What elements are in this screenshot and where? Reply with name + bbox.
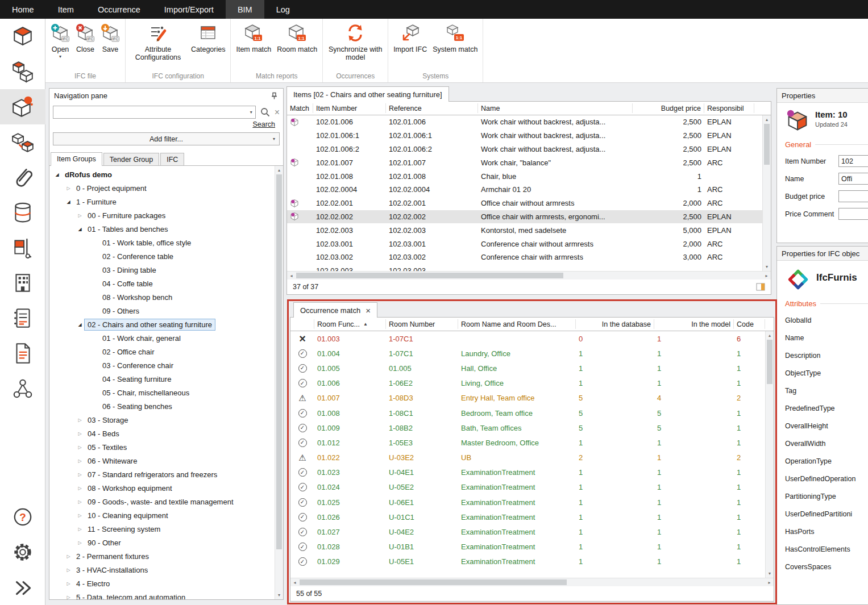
tab-tender-group[interactable]: Tender Group — [103, 153, 159, 165]
expand-arrow-icon[interactable] — [64, 595, 73, 600]
sidebar-database-button[interactable] — [0, 195, 45, 230]
scrollbar-thumb[interactable] — [300, 579, 567, 585]
scroll-left-icon[interactable]: ◂ — [290, 578, 299, 586]
sidebar-occurrences-button[interactable] — [0, 54, 45, 89]
item-row-selected[interactable]: 102.02.002102.02.002Office chair with ar… — [287, 210, 771, 224]
budget-price-field[interactable] — [838, 190, 868, 202]
tree-item[interactable]: 09 - Goods-, waste- and textile manageme… — [49, 495, 274, 508]
tree-item[interactable]: 90 - Other — [49, 536, 274, 549]
sidebar-items-button[interactable] — [0, 19, 45, 54]
column-chooser-icon[interactable] — [756, 282, 765, 291]
expand-arrow-icon[interactable] — [76, 227, 84, 232]
sidebar-reports-button[interactable] — [0, 336, 45, 371]
expand-arrow-icon[interactable] — [76, 540, 84, 545]
scroll-left-icon[interactable]: ◂ — [287, 272, 296, 279]
expand-arrow-icon[interactable] — [76, 472, 84, 477]
scrollbar-thumb[interactable] — [764, 124, 770, 165]
occurrence-row[interactable]: 01.0121-05E3Master Bedroom, Office111 — [290, 435, 774, 450]
sidebar-attachments-button[interactable] — [0, 160, 45, 195]
tree-item[interactable]: 0 - Project equipment — [49, 181, 274, 195]
section-attributes[interactable]: Attributes — [785, 299, 868, 308]
occurrence-row[interactable]: 01.0091-08B2Bath, Team offices551 — [290, 420, 774, 435]
column-header-room-number[interactable]: Room Number — [386, 319, 458, 329]
tree-scrollbar[interactable]: ▴ ▾ — [275, 166, 283, 599]
attribute-configurations-button[interactable]: Attribute Configurations — [128, 20, 188, 62]
scroll-down-icon[interactable]: ▾ — [763, 262, 771, 271]
tree-item[interactable]: 05 - Textiles — [49, 440, 274, 454]
column-header-match[interactable]: Match — [287, 103, 313, 113]
tab-ifc[interactable]: IFC — [160, 153, 184, 165]
section-general[interactable]: General — [785, 140, 868, 149]
column-header-responsible[interactable]: Responsibil — [704, 103, 754, 113]
expand-arrow-icon[interactable] — [76, 445, 84, 450]
scroll-up-icon[interactable]: ▴ — [763, 115, 771, 124]
search-input[interactable]: ▾ — [53, 106, 256, 119]
column-header-budget-price[interactable]: Budget price — [633, 103, 704, 113]
save-ifc-button[interactable]: IFC Save — [98, 20, 123, 53]
occurrence-row[interactable]: 01.0031-07C1016 — [290, 331, 774, 346]
item-row[interactable]: 102.01.006102.01.006Work chair without b… — [287, 115, 771, 129]
scroll-up-icon[interactable]: ▴ — [766, 331, 774, 340]
sidebar-settings-button[interactable] — [0, 535, 45, 570]
expand-arrow-icon[interactable] — [64, 568, 73, 573]
expand-arrow-icon[interactable] — [76, 322, 84, 327]
occurrence-hscrollbar[interactable]: ◂ ▸ — [290, 578, 774, 586]
expand-arrow-icon[interactable] — [76, 499, 84, 504]
column-header-item-number[interactable]: Item Number — [313, 103, 386, 113]
name-field[interactable]: Offi — [838, 173, 868, 185]
occurrence-scrollbar[interactable]: ▴ ▾ — [765, 331, 774, 578]
tree-item[interactable]: 06 - Seating benches — [49, 399, 274, 413]
tree-item[interactable]: 03 - Storage — [49, 413, 274, 427]
item-row[interactable]: 102.03.002102.03.002Conference chair wit… — [287, 251, 771, 264]
menu-tab-occurrence[interactable]: Occurrence — [86, 0, 152, 19]
tree-item[interactable]: 01 - Work table, office style — [49, 236, 274, 249]
occurrence-row[interactable]: 01.026U-01C1ExaminationTreatment111 — [290, 510, 774, 524]
items-hscrollbar[interactable]: ◂ ▸ — [287, 271, 771, 279]
expand-arrow-icon[interactable] — [76, 527, 84, 532]
tree-item[interactable]: 00 - Furniture packages — [49, 208, 274, 222]
expand-arrow-icon[interactable] — [64, 199, 73, 205]
scroll-up-icon[interactable]: ▴ — [275, 166, 283, 174]
expand-arrow-icon[interactable] — [76, 213, 84, 218]
sidebar-bim-models-button[interactable] — [0, 89, 45, 124]
sidebar-buildings-button[interactable] — [0, 265, 45, 301]
categories-button[interactable]: Categories — [188, 20, 228, 53]
menu-tab-import-export[interactable]: Import/Export — [152, 0, 226, 19]
item-row[interactable]: 102.01.006:1102.01.006:1Work chair witho… — [287, 129, 771, 143]
tree-item[interactable]: 5 - Data, telecom and automation — [49, 590, 274, 599]
scroll-right-icon[interactable]: ▸ — [762, 272, 771, 279]
expand-arrow-icon[interactable] — [53, 172, 61, 177]
chevron-down-icon[interactable]: ▾ — [250, 110, 252, 115]
tree-item[interactable]: 09 - Others — [49, 304, 274, 318]
add-filter-dropdown[interactable]: Add filter... ▾ — [53, 132, 280, 145]
scroll-down-icon[interactable]: ▾ — [275, 591, 283, 599]
search-icon[interactable] — [260, 107, 270, 117]
sidebar-expand-button[interactable] — [0, 570, 45, 605]
column-header-in-model[interactable]: In the model — [654, 319, 734, 329]
tree-item[interactable]: 01 - Work chair, general — [49, 331, 274, 345]
items-scrollbar[interactable]: ▴ ▾ — [762, 115, 771, 271]
tree-item[interactable]: 01 - Tables and benches — [49, 222, 274, 236]
expand-arrow-icon[interactable] — [76, 486, 84, 491]
tree-item[interactable]: 4 - Electro — [49, 577, 274, 590]
system-match-button[interactable]: 1:1 System match — [430, 20, 480, 53]
tab-item-groups[interactable]: Item Groups — [51, 152, 102, 166]
synchronize-with-model-button[interactable]: Synchronize with model — [325, 20, 385, 62]
tree-item[interactable]: 03 - Conference chair — [49, 358, 274, 372]
tree-item[interactable]: 08 - Workshop equipment — [49, 481, 274, 495]
scroll-right-icon[interactable]: ▸ — [765, 578, 774, 586]
item-row[interactable]: 102.01.008102.01.008Chair, blue1 — [287, 169, 771, 183]
tree-item[interactable]: 04 - Seating furniture — [49, 372, 274, 386]
column-header-status[interactable] — [290, 319, 314, 329]
import-ifc-button[interactable]: Import IFC — [391, 20, 430, 53]
column-header-reference[interactable]: Reference — [386, 103, 478, 113]
room-match-button[interactable]: 1:1 Room match — [274, 20, 320, 53]
tree-item[interactable]: 05 - Chair, mischellaneous — [49, 386, 274, 399]
item-row[interactable]: 102.02.001102.02.001Office chair without… — [287, 197, 771, 210]
clear-search-icon[interactable]: × — [275, 108, 280, 117]
sidebar-help-button[interactable]: ? — [0, 499, 45, 535]
menu-tab-item[interactable]: Item — [46, 0, 86, 19]
expand-arrow-icon[interactable] — [64, 554, 73, 559]
menu-tab-home[interactable]: Home — [0, 0, 46, 19]
sidebar-components-button[interactable] — [0, 124, 45, 160]
